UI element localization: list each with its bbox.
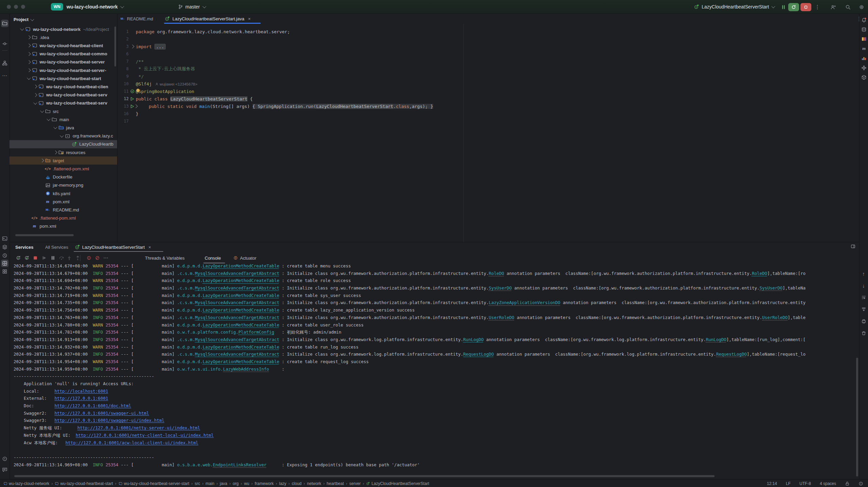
logger-class-link[interactable]: EndpointLinksResolver: [213, 462, 266, 467]
console-url-link[interactable]: http://127.0.0.1:6001/netty-client-local…: [76, 433, 214, 438]
code-line[interactable]: 10@Slf4j wujiawei <12345678>: [117, 80, 859, 88]
chevron-right-icon[interactable]: [53, 151, 58, 154]
scroll-bottom-icon[interactable]: ↓: [860, 281, 868, 289]
author-inlay-hint[interactable]: wujiawei <12345678>: [155, 82, 197, 86]
soft-wrap-icon[interactable]: [860, 293, 868, 301]
stripe-diagrams-icon[interactable]: [860, 55, 868, 62]
settings-gear-icon[interactable]: [856, 3, 867, 11]
stop-icon[interactable]: [31, 254, 39, 262]
indent-indicator[interactable]: 4 spaces: [820, 481, 836, 486]
code-line[interactable]: 16}: [117, 110, 859, 117]
breadcrumb-item[interactable]: wu-lazy-cloud-heartbeat-start: [55, 481, 113, 486]
chevron-down-icon[interactable]: [59, 135, 64, 137]
rerun-button[interactable]: [788, 3, 799, 11]
pause-icon[interactable]: [49, 254, 57, 262]
chevron-right-icon[interactable]: [26, 36, 32, 39]
code-line[interactable]: 3import ...: [117, 43, 859, 50]
tree-row[interactable]: Dockerfile: [10, 173, 117, 181]
mute-breakpoints-icon[interactable]: [93, 254, 101, 262]
tree-row[interactable]: wu-lazy-cloud-network~/IdeaProject: [10, 25, 117, 33]
tree-row[interactable]: wu-lazy-cloud-heartbeat-clien: [10, 82, 117, 91]
console-class-link[interactable]: RunLogDO: [463, 337, 484, 342]
console-class-link[interactable]: RequestLogDO: [463, 352, 494, 357]
stripe-notifications-icon[interactable]: [860, 16, 868, 24]
logger-class-link[interactable]: LazyOperationMethodCreateTable: [203, 307, 279, 313]
stripe-terminal-icon[interactable]: [1, 235, 8, 242]
tree-row[interactable]: wu-lazy-cloud-heartbeat-client: [10, 41, 117, 50]
tab-readme[interactable]: M↓ README.md: [121, 14, 153, 24]
stripe-chat-icon[interactable]: [1, 466, 8, 473]
console-class-link[interactable]: UserRoleDO: [762, 315, 788, 320]
chevron-down-icon[interactable]: [26, 77, 32, 80]
console-class-link[interactable]: SysUserDO: [760, 285, 783, 291]
chevron-right-icon[interactable]: [26, 61, 32, 63]
fold-collapsed-icon[interactable]: [129, 45, 136, 48]
project-widget[interactable]: wu-lazy-cloud-network: [67, 0, 124, 14]
add-user-icon[interactable]: [828, 3, 838, 11]
console-class-link[interactable]: SysUserDO: [489, 285, 512, 291]
tree-row[interactable]: wu-lazy-cloud-heartbeat-serv: [10, 99, 117, 107]
stripe-grid-icon[interactable]: [1, 268, 8, 275]
stripe-clock-icon[interactable]: [1, 252, 8, 259]
breadcrumb-item[interactable]: org: [233, 481, 239, 486]
console-url-link[interactable]: http://127.0.0.1:6001/doc.html: [54, 403, 131, 408]
code-area[interactable]: 1package org.framework.lazy.cloud.networ…: [117, 24, 859, 242]
stripe-problems-icon[interactable]: [1, 455, 8, 463]
breadcrumb-item[interactable]: network: [307, 481, 321, 486]
code-line[interactable]: 8 * 云上云下-云上心跳服务器: [117, 65, 859, 73]
tree-row[interactable]: mpom.xml: [10, 198, 117, 206]
tree-row[interactable]: jar-memory.png: [10, 181, 117, 189]
tree-row[interactable]: mpom.xml: [10, 222, 117, 230]
breadcrumb-item[interactable]: main: [206, 481, 215, 486]
stripe-build-icon[interactable]: [860, 74, 868, 81]
stripe-services-icon[interactable]: [1, 260, 8, 267]
console-class-link[interactable]: RequestLogDO: [716, 352, 747, 357]
tree-row[interactable]: target: [10, 156, 117, 165]
stop-button[interactable]: [800, 3, 811, 11]
stripe-project-folder-icon[interactable]: [1, 20, 8, 27]
step-into-icon[interactable]: [65, 254, 73, 262]
code-line[interactable]: 6: [117, 50, 859, 58]
tree-row[interactable]: wu-lazy-cloud-heartbeat-server-: [10, 66, 117, 74]
chevron-right-icon[interactable]: [26, 44, 32, 47]
rerun-debug-icon[interactable]: [23, 254, 31, 262]
stripe-database-icon[interactable]: [860, 26, 868, 33]
tree-row[interactable]: resources: [10, 148, 117, 156]
close-icon[interactable]: ×: [148, 245, 151, 250]
logger-class-link[interactable]: LazyOperationMethodCreateTable: [203, 344, 279, 350]
tree-row[interactable]: M↓README.md: [10, 206, 117, 214]
stripe-more-icon[interactable]: ⋯: [1, 72, 8, 79]
logger-class-link[interactable]: MysqlSourceAdvancedTargetAbstract: [195, 337, 279, 342]
unlock-icon[interactable]: [845, 481, 850, 486]
logger-class-link[interactable]: LazyOperationMethodCreateTable: [203, 359, 279, 364]
tab-actuator[interactable]: Actuator: [233, 253, 256, 263]
console-class-link[interactable]: RunLogDO: [706, 337, 726, 342]
stripe-commit-icon[interactable]: [1, 40, 8, 48]
tree-horizontal-scrollbar[interactable]: [15, 234, 74, 236]
chevron-down-icon[interactable]: [33, 102, 38, 105]
rerun-icon[interactable]: [14, 254, 22, 262]
tab-main-class[interactable]: LazyCloudHeartbeatServerStart.java ×: [165, 14, 251, 24]
window-minimize-button[interactable]: [14, 5, 18, 9]
tree-row[interactable]: java: [10, 124, 117, 132]
console-url-link[interactable]: http://127.0.0.1:6001/swagger-ui.html: [54, 411, 149, 416]
services-title[interactable]: Services: [15, 242, 34, 252]
tab-debug-session[interactable]: LazyCloudHeartbeatServerStart ×: [75, 242, 151, 252]
code-line[interactable]: 1package org.framework.lazy.cloud.networ…: [117, 28, 859, 35]
step-out-icon[interactable]: [74, 254, 82, 262]
logger-class-link[interactable]: MysqlSourceAdvancedTargetAbstract: [195, 300, 279, 305]
tab-threads[interactable]: Threads & Variables: [145, 253, 185, 263]
code-line[interactable]: 11@SpringBootApplication: [117, 88, 859, 95]
pause-output-icon[interactable]: [779, 3, 788, 11]
breadcrumb-item[interactable]: wu-lazy-cloud-heartbeat-server-start: [118, 481, 189, 486]
logger-class-link[interactable]: LazyWebAddressInfo: [223, 367, 269, 372]
chevron-down-icon[interactable]: [39, 110, 45, 113]
breadcrumb-item[interactable]: server: [349, 481, 361, 486]
editor-options-icon[interactable]: ⋮: [856, 16, 859, 22]
stripe-mybatis-icon[interactable]: [860, 35, 868, 43]
code-line[interactable]: 13 public static void main(String[] args…: [117, 102, 859, 110]
tree-row[interactable]: </>.flattened-pom.xml: [10, 165, 117, 173]
tree-vertical-scrollbar[interactable]: [114, 26, 116, 67]
breadcrumb-item[interactable]: heartbeat: [327, 481, 344, 486]
search-icon[interactable]: [843, 3, 853, 11]
